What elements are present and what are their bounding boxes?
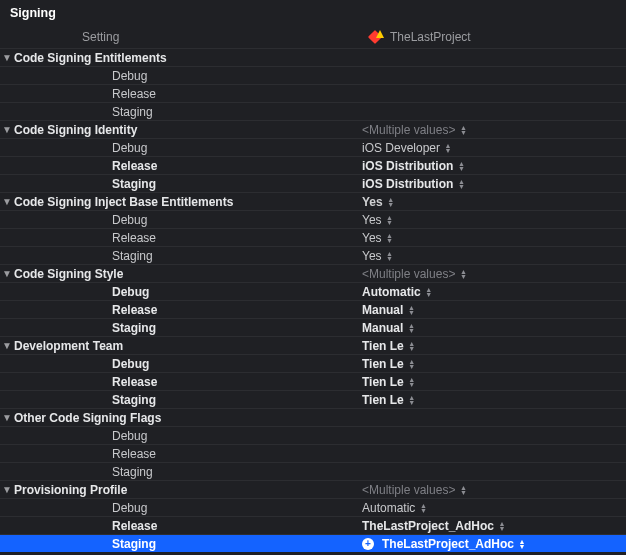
setting-group-value[interactable]: <Multiple values>▲▼ bbox=[362, 123, 626, 137]
config-row[interactable]: Staging bbox=[0, 102, 626, 120]
config-value[interactable]: iOS Distribution▲▼ bbox=[362, 159, 626, 173]
config-label: Debug bbox=[0, 213, 252, 227]
value-stepper-icon[interactable]: ▲▼ bbox=[408, 340, 416, 352]
column-header-setting: Setting bbox=[8, 30, 370, 44]
value-stepper-icon[interactable]: ▲▼ bbox=[408, 394, 416, 406]
disclosure-triangle-icon[interactable]: ▼ bbox=[0, 124, 12, 135]
value-stepper-icon[interactable]: ▲▼ bbox=[407, 304, 415, 316]
config-value[interactable]: Tien Le▲▼ bbox=[362, 375, 626, 389]
config-value[interactable]: iOS Developer▲▼ bbox=[362, 141, 626, 155]
config-row[interactable]: Staging+TheLastProject_AdHoc▲▼ bbox=[0, 534, 626, 552]
config-label: Staging bbox=[0, 177, 252, 191]
disclosure-triangle-icon[interactable]: ▼ bbox=[0, 412, 12, 423]
config-value[interactable]: Manual▲▼ bbox=[362, 303, 626, 317]
disclosure-triangle-icon[interactable]: ▼ bbox=[0, 52, 12, 63]
value-stepper-icon[interactable]: ▲▼ bbox=[459, 268, 467, 280]
config-label: Release bbox=[0, 375, 252, 389]
setting-group-value[interactable]: <Multiple values>▲▼ bbox=[362, 483, 626, 497]
setting-group-label: Development Team bbox=[12, 339, 362, 353]
config-row[interactable]: StagingManual▲▼ bbox=[0, 318, 626, 336]
value-stepper-icon[interactable]: ▲▼ bbox=[386, 250, 394, 262]
value-stepper-icon[interactable]: ▲▼ bbox=[386, 214, 394, 226]
setting-group-row[interactable]: ▼Provisioning Profile<Multiple values>▲▼ bbox=[0, 480, 626, 498]
value-stepper-icon[interactable]: ▲▼ bbox=[386, 232, 394, 244]
value-stepper-icon[interactable]: ▲▼ bbox=[457, 160, 465, 172]
config-value[interactable]: Automatic▲▼ bbox=[362, 501, 626, 515]
config-label: Debug bbox=[0, 357, 252, 371]
config-label: Release bbox=[0, 159, 252, 173]
config-row[interactable]: ReleaseTheLastProject_AdHoc▲▼ bbox=[0, 516, 626, 534]
config-value-text: Manual bbox=[362, 303, 403, 317]
config-value-text: Tien Le bbox=[362, 357, 404, 371]
config-value-text: Yes bbox=[362, 231, 382, 245]
value-stepper-icon[interactable]: ▲▼ bbox=[457, 178, 465, 190]
disclosure-triangle-icon[interactable]: ▼ bbox=[0, 340, 12, 351]
config-row[interactable]: DebugiOS Developer▲▼ bbox=[0, 138, 626, 156]
config-row[interactable]: Debug bbox=[0, 66, 626, 84]
setting-group-value[interactable]: Yes▲▼ bbox=[362, 195, 626, 209]
setting-group-label: Code Signing Identity bbox=[12, 123, 362, 137]
config-row[interactable]: DebugAutomatic▲▼ bbox=[0, 498, 626, 516]
config-row[interactable]: StagingiOS Distribution▲▼ bbox=[0, 174, 626, 192]
setting-group-row[interactable]: ▼Code Signing Style<Multiple values>▲▼ bbox=[0, 264, 626, 282]
setting-group-row[interactable]: ▼Development TeamTien Le▲▼ bbox=[0, 336, 626, 354]
config-row[interactable]: ReleaseiOS Distribution▲▼ bbox=[0, 156, 626, 174]
setting-group-label: Code Signing Inject Base Entitlements bbox=[12, 195, 362, 209]
setting-group-row[interactable]: ▼Code Signing Identity<Multiple values>▲… bbox=[0, 120, 626, 138]
config-row[interactable]: DebugTien Le▲▼ bbox=[0, 354, 626, 372]
config-label: Release bbox=[0, 447, 252, 461]
disclosure-triangle-icon[interactable]: ▼ bbox=[0, 196, 12, 207]
value-stepper-icon[interactable]: ▲▼ bbox=[425, 286, 433, 298]
config-value-text: TheLastProject_AdHoc bbox=[382, 537, 514, 551]
column-header-row: Setting TheLastProject bbox=[0, 26, 626, 48]
value-stepper-icon[interactable]: ▲▼ bbox=[498, 520, 506, 532]
config-value[interactable]: Tien Le▲▼ bbox=[362, 357, 626, 371]
config-row[interactable]: StagingTien Le▲▼ bbox=[0, 390, 626, 408]
setting-group-row[interactable]: ▼Other Code Signing Flags bbox=[0, 408, 626, 426]
disclosure-triangle-icon[interactable]: ▼ bbox=[0, 484, 12, 495]
config-value[interactable]: Yes▲▼ bbox=[362, 249, 626, 263]
setting-group-row[interactable]: ▼Code Signing Entitlements bbox=[0, 48, 626, 66]
value-stepper-icon[interactable]: ▲▼ bbox=[444, 142, 452, 154]
config-value[interactable]: Automatic▲▼ bbox=[362, 285, 626, 299]
disclosure-triangle-icon[interactable]: ▼ bbox=[0, 268, 12, 279]
config-value[interactable]: Yes▲▼ bbox=[362, 213, 626, 227]
config-value[interactable]: Yes▲▼ bbox=[362, 231, 626, 245]
config-value[interactable]: TheLastProject_AdHoc▲▼ bbox=[362, 519, 626, 533]
config-row[interactable]: ReleaseYes▲▼ bbox=[0, 228, 626, 246]
value-stepper-icon[interactable]: ▲▼ bbox=[518, 538, 526, 550]
config-row[interactable]: Release bbox=[0, 84, 626, 102]
config-label: Debug bbox=[0, 69, 252, 83]
setting-group-value-text: Yes bbox=[362, 195, 383, 209]
config-value[interactable]: iOS Distribution▲▼ bbox=[362, 177, 626, 191]
config-value[interactable]: +TheLastProject_AdHoc▲▼ bbox=[362, 537, 626, 551]
config-row[interactable]: StagingYes▲▼ bbox=[0, 246, 626, 264]
config-row[interactable]: ReleaseManual▲▼ bbox=[0, 300, 626, 318]
config-row[interactable]: Debug bbox=[0, 426, 626, 444]
setting-group-value[interactable]: Tien Le▲▼ bbox=[362, 339, 626, 353]
config-label: Staging bbox=[0, 249, 252, 263]
config-value-text: iOS Distribution bbox=[362, 159, 453, 173]
config-label: Release bbox=[0, 231, 252, 245]
value-stepper-icon[interactable]: ▲▼ bbox=[407, 322, 415, 334]
config-row[interactable]: Release bbox=[0, 444, 626, 462]
config-row[interactable]: DebugAutomatic▲▼ bbox=[0, 282, 626, 300]
config-row[interactable]: DebugYes▲▼ bbox=[0, 210, 626, 228]
setting-group-value[interactable]: <Multiple values>▲▼ bbox=[362, 267, 626, 281]
config-label: Staging bbox=[0, 537, 252, 551]
config-value-text: iOS Distribution bbox=[362, 177, 453, 191]
setting-group-row[interactable]: ▼Code Signing Inject Base EntitlementsYe… bbox=[0, 192, 626, 210]
setting-group-value-text: <Multiple values> bbox=[362, 483, 455, 497]
value-stepper-icon[interactable]: ▲▼ bbox=[408, 358, 416, 370]
value-stepper-icon[interactable]: ▲▼ bbox=[459, 484, 467, 496]
add-icon[interactable]: + bbox=[362, 538, 374, 550]
config-value[interactable]: Tien Le▲▼ bbox=[362, 393, 626, 407]
value-stepper-icon[interactable]: ▲▼ bbox=[419, 502, 427, 514]
config-row[interactable]: Staging bbox=[0, 462, 626, 480]
config-row[interactable]: ReleaseTien Le▲▼ bbox=[0, 372, 626, 390]
value-stepper-icon[interactable]: ▲▼ bbox=[387, 196, 395, 208]
config-value[interactable]: Manual▲▼ bbox=[362, 321, 626, 335]
config-value-text: TheLastProject_AdHoc bbox=[362, 519, 494, 533]
value-stepper-icon[interactable]: ▲▼ bbox=[459, 124, 467, 136]
value-stepper-icon[interactable]: ▲▼ bbox=[408, 376, 416, 388]
